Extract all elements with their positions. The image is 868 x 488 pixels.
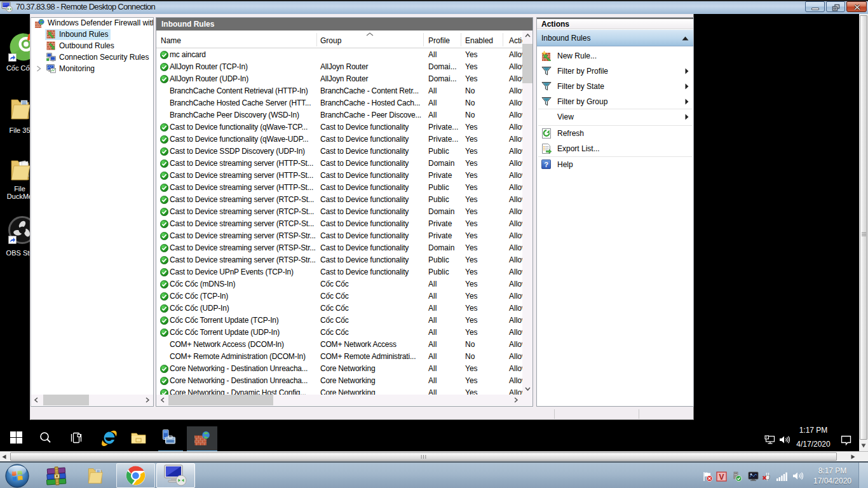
svg-text:?: ? bbox=[544, 161, 548, 168]
svg-text:V: V bbox=[719, 473, 724, 482]
